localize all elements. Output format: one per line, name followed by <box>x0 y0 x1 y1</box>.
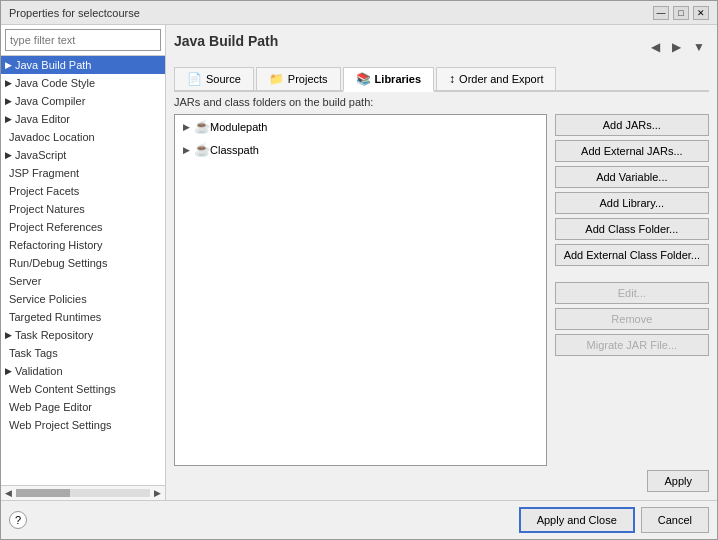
edit-button[interactable]: Edit... <box>555 282 709 304</box>
sidebar-item-project-facets[interactable]: Project Facets <box>1 182 165 200</box>
sidebar-item-web-content-settings[interactable]: Web Content Settings <box>1 380 165 398</box>
sidebar-item-label: JSP Fragment <box>9 167 79 179</box>
panel-title: Java Build Path <box>174 33 278 53</box>
window-title: Properties for selectcourse <box>9 7 140 19</box>
expand-icon: ▶ <box>5 330 12 340</box>
tab-libraries[interactable]: 📚Libraries <box>343 67 434 92</box>
sidebar-item-label: Server <box>9 275 41 287</box>
expand-icon: ▶ <box>5 366 12 376</box>
tab-icon-order-export: ↕ <box>449 72 455 86</box>
add-library-button[interactable]: Add Library... <box>555 192 709 214</box>
sidebar-item-project-references[interactable]: Project References <box>1 218 165 236</box>
filter-input[interactable] <box>5 29 161 51</box>
sidebar-item-java-code-style[interactable]: ▶Java Code Style <box>1 74 165 92</box>
footer: ? Apply and Close Cancel <box>1 500 717 539</box>
sidebar-item-javadoc-location[interactable]: Javadoc Location <box>1 128 165 146</box>
sidebar-item-web-project-settings[interactable]: Web Project Settings <box>1 416 165 434</box>
scroll-left[interactable]: ◀ <box>5 488 12 498</box>
sidebar-item-label: Service Policies <box>9 293 87 305</box>
sidebar-item-validation[interactable]: ▶Validation <box>1 362 165 380</box>
right-buttons: Add JARs...Add External JARs...Add Varia… <box>555 114 709 466</box>
tree-expand-icon: ▶ <box>183 122 190 132</box>
cancel-button[interactable]: Cancel <box>641 507 709 533</box>
tree-panel: ▶☕Modulepath▶☕Classpath <box>174 114 547 466</box>
sidebar-item-label: Refactoring History <box>9 239 103 251</box>
jar-icon: ☕ <box>194 119 210 134</box>
add-external-jars-button[interactable]: Add External JARs... <box>555 140 709 162</box>
tree-item-classpath[interactable]: ▶☕Classpath <box>175 138 546 161</box>
scroll-right[interactable]: ▶ <box>154 488 161 498</box>
sidebar-item-label: Web Page Editor <box>9 401 92 413</box>
sidebar-item-service-policies[interactable]: Service Policies <box>1 290 165 308</box>
sidebar-list: ▶Java Build Path▶Java Code Style▶Java Co… <box>1 56 165 485</box>
remove-button[interactable]: Remove <box>555 308 709 330</box>
sidebar-item-label: Project Facets <box>9 185 79 197</box>
sidebar-item-targeted-runtimes[interactable]: Targeted Runtimes <box>1 308 165 326</box>
tab-source[interactable]: 📄Source <box>174 67 254 90</box>
main-panel: Java Build Path ◀ ▶ ▼ 📄Source📁Projects📚L… <box>166 25 717 500</box>
title-bar: Properties for selectcourse — □ ✕ <box>1 1 717 25</box>
minimize-button[interactable]: — <box>653 6 669 20</box>
sidebar-item-project-natures[interactable]: Project Natures <box>1 200 165 218</box>
nav-back[interactable]: ◀ <box>647 38 664 56</box>
sidebar-item-label: Java Build Path <box>15 59 91 71</box>
add-class-folder-button[interactable]: Add Class Folder... <box>555 218 709 240</box>
tree-expand-icon: ▶ <box>183 145 190 155</box>
sidebar-item-run-debug-settings[interactable]: Run/Debug Settings <box>1 254 165 272</box>
sidebar-item-task-repository[interactable]: ▶Task Repository <box>1 326 165 344</box>
description-text: JARs and class folders on the build path… <box>174 96 709 108</box>
sidebar-item-task-tags[interactable]: Task Tags <box>1 344 165 362</box>
sidebar-item-label: Web Project Settings <box>9 419 112 431</box>
sidebar-item-label: Run/Debug Settings <box>9 257 107 269</box>
sidebar-item-jsp-fragment[interactable]: JSP Fragment <box>1 164 165 182</box>
tab-label-libraries: Libraries <box>375 73 421 85</box>
expand-icon: ▶ <box>5 96 12 106</box>
sidebar-item-refactoring-history[interactable]: Refactoring History <box>1 236 165 254</box>
sidebar-item-label: Validation <box>15 365 63 377</box>
content-area: ▶Java Build Path▶Java Code Style▶Java Co… <box>1 25 717 500</box>
tab-icon-source: 📄 <box>187 72 202 86</box>
tree-item-modulepath[interactable]: ▶☕Modulepath <box>175 115 546 138</box>
sidebar-item-javascript[interactable]: ▶JavaScript <box>1 146 165 164</box>
sidebar-scrollbar: ◀ ▶ <box>1 485 165 500</box>
maximize-button[interactable]: □ <box>673 6 689 20</box>
sidebar-item-label: Java Code Style <box>15 77 95 89</box>
sidebar-item-server[interactable]: Server <box>1 272 165 290</box>
migrate-jar-button[interactable]: Migrate JAR File... <box>555 334 709 356</box>
add-variable-button[interactable]: Add Variable... <box>555 166 709 188</box>
nav-forward[interactable]: ▼ <box>689 38 709 56</box>
help-button[interactable]: ? <box>9 511 27 529</box>
sidebar-item-java-editor[interactable]: ▶Java Editor <box>1 110 165 128</box>
sidebar-item-label: Project Natures <box>9 203 85 215</box>
sidebar-item-label: Java Editor <box>15 113 70 125</box>
sidebar-item-label: Java Compiler <box>15 95 85 107</box>
add-external-class-folder-button[interactable]: Add External Class Folder... <box>555 244 709 266</box>
sidebar-item-label: Task Repository <box>15 329 93 341</box>
sidebar-item-label: Javadoc Location <box>9 131 95 143</box>
sidebar-item-label: JavaScript <box>15 149 66 161</box>
jar-icon: ☕ <box>194 142 210 157</box>
apply-button[interactable]: Apply <box>647 470 709 492</box>
tree-item-label: Modulepath <box>210 121 268 133</box>
tabs: 📄Source📁Projects📚Libraries↕Order and Exp… <box>174 67 709 92</box>
expand-icon: ▶ <box>5 150 12 160</box>
sidebar-item-java-compiler[interactable]: ▶Java Compiler <box>1 92 165 110</box>
footer-left: ? <box>9 511 27 529</box>
expand-icon: ▶ <box>5 78 12 88</box>
close-button[interactable]: ✕ <box>693 6 709 20</box>
add-jars-button[interactable]: Add JARs... <box>555 114 709 136</box>
left-section: ▶☕Modulepath▶☕Classpath <box>174 114 547 466</box>
scroll-track <box>16 489 150 497</box>
filter-box <box>1 25 165 56</box>
tab-order-export[interactable]: ↕Order and Export <box>436 67 556 90</box>
sidebar-item-label: Task Tags <box>9 347 58 359</box>
sidebar: ▶Java Build Path▶Java Code Style▶Java Co… <box>1 25 166 500</box>
apply-and-close-button[interactable]: Apply and Close <box>519 507 635 533</box>
properties-window: Properties for selectcourse — □ ✕ ▶Java … <box>0 0 718 540</box>
sidebar-item-java-build-path[interactable]: ▶Java Build Path <box>1 56 165 74</box>
sidebar-item-web-page-editor[interactable]: Web Page Editor <box>1 398 165 416</box>
tab-icon-libraries: 📚 <box>356 72 371 86</box>
nav-forward-alt[interactable]: ▶ <box>668 38 685 56</box>
tab-projects[interactable]: 📁Projects <box>256 67 341 90</box>
title-bar-controls: — □ ✕ <box>653 6 709 20</box>
